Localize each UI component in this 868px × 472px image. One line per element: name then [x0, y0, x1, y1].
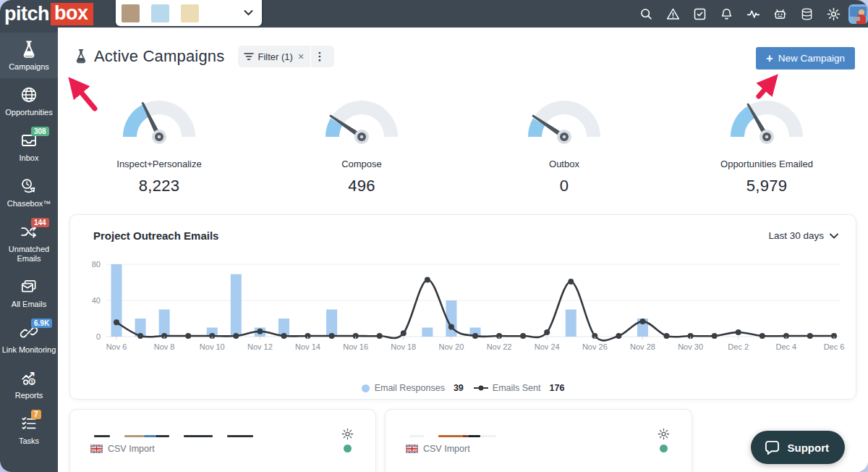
sidebar-item-inbox[interactable]: 308Inbox [0, 124, 58, 169]
date-range-select[interactable]: Last 30 days [768, 230, 838, 241]
color-swatch-2 [151, 4, 169, 22]
redacted-text-line [94, 435, 110, 437]
support-button[interactable]: Support [751, 431, 846, 464]
chart-legend: Email Responses 39 Emails Sent 176 [70, 383, 856, 393]
svg-text:Nov 24: Nov 24 [535, 342, 560, 351]
svg-text:Dec 4: Dec 4 [775, 342, 796, 351]
status-dot [660, 444, 668, 452]
database-icon[interactable] [799, 7, 814, 22]
sidebar-item-label: All Emails [12, 300, 46, 309]
gear-icon[interactable] [826, 7, 841, 22]
link-icon: 6.9K [20, 323, 38, 342]
legend-line-icon [474, 384, 488, 392]
main-content: Active Campaigns Filter (1) × ⋮ + New Ca… [58, 28, 868, 472]
workspace-color-select[interactable] [116, 0, 262, 26]
gauge-row: Inspect+Personalize8,223Compose496Outbox… [58, 89, 868, 195]
redacted-text-line [184, 435, 213, 437]
redacted-campaign-title [409, 435, 496, 437]
sidebar-item-campaigns[interactable]: Campaigns [0, 33, 58, 78]
sidebar-item-label: Chasebox™ [7, 199, 51, 208]
legend-label: Email Responses [375, 383, 445, 393]
svg-text:$: $ [30, 379, 33, 384]
page-title: Active Campaigns [94, 47, 225, 66]
color-swatch-1 [122, 4, 140, 22]
pitchbox-logo[interactable]: pitch box [4, 3, 93, 25]
filter-chip-label: Filter (1) [258, 51, 293, 62]
legend-label: Emails Sent [493, 383, 541, 393]
card-settings-gear-icon[interactable] [341, 427, 354, 441]
bell-icon[interactable] [719, 7, 734, 22]
svg-text:Nov 28: Nov 28 [630, 342, 655, 351]
svg-text:Nov 18: Nov 18 [391, 342, 416, 351]
sidebar-item-reports[interactable]: $Reports [0, 361, 58, 407]
topbar-icon-group [639, 7, 841, 22]
gauge-label: Compose [341, 159, 382, 169]
chevron-down-icon [244, 8, 253, 18]
date-range-label: Last 30 days [768, 230, 824, 241]
card-settings-gear-icon[interactable] [657, 427, 671, 441]
gauge-dial [314, 89, 409, 146]
sidebar-item-chasebox[interactable]: Chasebox™ [0, 169, 58, 215]
bot-icon[interactable] [773, 7, 788, 22]
campaign-card[interactable]: CSV Import [385, 409, 692, 472]
filter-close-icon[interactable]: × [298, 51, 304, 62]
top-bar: pitch box [0, 0, 868, 28]
svg-text:Nov 16: Nov 16 [343, 342, 368, 351]
gauge-label: Inspect+Personalize [116, 159, 201, 169]
gauge-outbox: Outbox0 [463, 89, 665, 195]
filter-chip[interactable]: Filter (1) × ⋮ [238, 46, 335, 67]
svg-text:40: 40 [92, 296, 101, 305]
redacted-text-line [438, 435, 496, 437]
chasebox-icon [20, 177, 38, 195]
svg-text:Nov 22: Nov 22 [487, 342, 512, 351]
svg-text:Nov 14: Nov 14 [295, 342, 320, 351]
sidebar-item-tasks[interactable]: 7Tasks [0, 407, 58, 452]
logo-text-pitch: pitch [4, 3, 49, 25]
svg-text:Nov 8: Nov 8 [154, 342, 175, 351]
chart-plot-area: 04080Nov 6Nov 8Nov 10Nov 12Nov 14Nov 16N… [80, 256, 848, 358]
sidebar-item-label: Unmatched Emails [1, 245, 56, 264]
svg-text:Nov 12: Nov 12 [247, 342, 273, 351]
flask-icon [74, 49, 88, 64]
filter-lines-icon [244, 52, 254, 61]
sidebar-item-opportunities[interactable]: Opportunities [0, 78, 58, 124]
sidebar-item-label: Reports [15, 391, 43, 400]
redacted-text-line [124, 435, 169, 437]
svg-text:Dec 2: Dec 2 [728, 342, 749, 351]
gauge-value: 8,223 [139, 177, 180, 195]
new-campaign-button[interactable]: + New Campaign [756, 47, 855, 69]
svg-text:Nov 20: Nov 20 [439, 342, 464, 351]
svg-text:Dec 6: Dec 6 [824, 342, 845, 351]
checkbox-icon[interactable] [692, 7, 707, 22]
chart-title: Project Outreach Emails [93, 229, 218, 242]
campaign-card[interactable]: CSV Import [69, 409, 376, 472]
search-icon[interactable] [639, 7, 654, 22]
svg-text:Nov 30: Nov 30 [678, 342, 703, 351]
uk-flag-icon [406, 444, 418, 453]
alert-triangle-icon[interactable] [665, 7, 681, 22]
sidebar-item-label: Tasks [19, 437, 39, 446]
gauge-opportunities-emailed: Opportunities Emailed5,979 [665, 89, 868, 195]
sidebar-badge: 7 [31, 410, 41, 419]
campaign-source: CSV Import [90, 444, 155, 454]
gauge-dial [719, 89, 814, 146]
sidebar-item-label: Link Monitoring [2, 345, 56, 355]
redacted-text-line [227, 435, 253, 437]
svg-text:80: 80 [92, 260, 101, 269]
plus-icon: + [766, 52, 773, 65]
gauge-compose: Compose496 [260, 89, 463, 195]
sidebar-item-unmatched-emails[interactable]: 144Unmatched Emails [0, 215, 58, 270]
source-label: CSV Import [108, 444, 155, 454]
sidebar-item-all-emails[interactable]: All Emails [0, 270, 58, 316]
gauge-dial [111, 89, 207, 146]
user-avatar[interactable] [848, 4, 868, 24]
sidebar-item-link-monitoring[interactable]: 6.9KLink Monitoring [0, 316, 58, 361]
activity-icon[interactable] [746, 7, 761, 22]
color-swatch-3 [181, 4, 199, 22]
chat-bubble-icon [764, 440, 780, 455]
kebab-menu-icon[interactable]: ⋮ [311, 46, 328, 67]
svg-text:Nov 10: Nov 10 [200, 342, 225, 351]
legend-dot-icon [362, 384, 370, 392]
chart-header: Project Outreach Emails Last 30 days [70, 215, 856, 242]
gauge-inspect-personalize: Inspect+Personalize8,223 [58, 89, 260, 195]
